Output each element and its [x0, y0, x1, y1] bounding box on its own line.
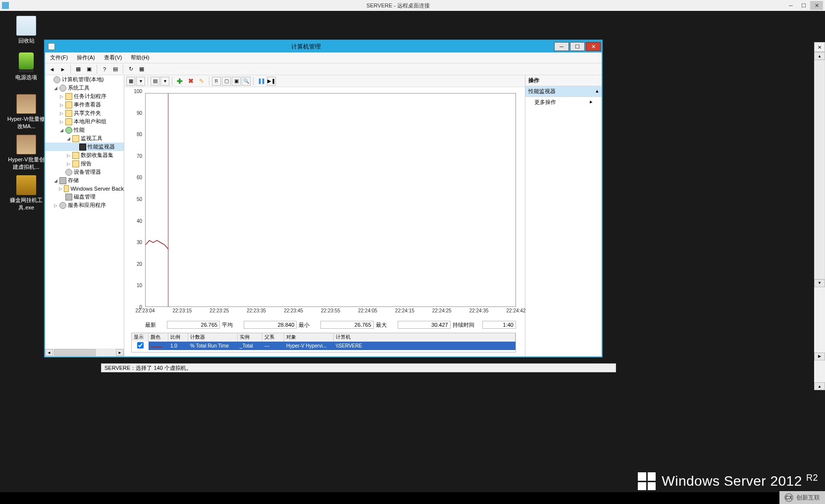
rar-icon [16, 135, 36, 154]
tree-event-viewer[interactable]: ▷事件查看器 [45, 101, 124, 109]
users-icon [65, 118, 72, 125]
rdp-maximize-button[interactable]: ☐ [797, 1, 810, 10]
cm-toolbar: ◄ ► ▦ ▣ ? ▤ ↻ ▦ [45, 63, 602, 75]
tree-storage[interactable]: ◢存储 [45, 176, 124, 185]
scroll-left-button[interactable]: ◄ [45, 349, 53, 356]
desktop-recycle-bin[interactable]: 回收站 [7, 16, 46, 45]
nav-back-button[interactable]: ◄ [47, 64, 57, 74]
recycle-label: 回收站 [7, 37, 46, 45]
cm-maximize-button[interactable]: ☐ [570, 42, 585, 51]
stat-avg-label: 平均 [222, 321, 242, 329]
scroll-up-button-2[interactable]: ▲ [814, 382, 825, 390]
tree-wsb[interactable]: ▷Windows Server Back [45, 185, 124, 193]
tree-data-collector-sets[interactable]: ▷数据收集器集 [45, 151, 124, 159]
tree-monitoring-tools[interactable]: ◢监视工具 [45, 134, 124, 143]
performance-icon [65, 127, 72, 134]
scroll-right-button[interactable]: ▶ [814, 353, 825, 360]
hdr-counter[interactable]: 计数器 [188, 333, 238, 342]
chart-plot[interactable] [145, 93, 516, 307]
chart-y-axis: 0102030405060708090100 [128, 91, 144, 307]
side-tab-close[interactable]: ✕ [814, 42, 825, 52]
counter-table-header[interactable]: 显示 颜色 比例 计数器 实例 父系 对象 计算机 [132, 333, 516, 342]
menu-help[interactable]: 帮助(H) [129, 53, 151, 62]
battery-icon [19, 52, 34, 72]
hdr-object[interactable]: 对象 [284, 333, 334, 342]
refresh-button[interactable]: ↻ [126, 64, 136, 74]
stat-max-value: 30.427 [398, 321, 451, 329]
scroll-track[interactable] [814, 60, 825, 279]
freeze-button[interactable]: ❚❚ [256, 76, 266, 86]
tree-services-apps[interactable]: ▷服务和应用程序 [45, 201, 124, 209]
rdp-minimize-button[interactable]: ─ [784, 1, 797, 10]
perfmon-toolbar: ▦ ▾ ▤ ▾ ✚ ✖ ✎ ⎘ ▢ ▣ 🔍 ❚❚ ▶❚ [124, 75, 525, 87]
scroll-up-button[interactable]: ▲ [814, 52, 825, 60]
tree-task-scheduler[interactable]: ▷任务计划程序 [45, 92, 124, 101]
export-button[interactable]: ▤ [110, 64, 120, 74]
hdr-color[interactable]: 颜色 [149, 333, 168, 342]
hdr-scale[interactable]: 比例 [168, 333, 188, 342]
desktop-exe-1[interactable]: 赚盒网挂机工具.exe [7, 175, 46, 211]
chart-type-dropdown[interactable]: ▾ [160, 77, 169, 86]
highlight-button[interactable]: ✎ [197, 76, 206, 86]
tree-hscrollbar[interactable]: ◄ ► [45, 349, 124, 356]
actions-section[interactable]: 性能监视器▴ [525, 86, 602, 97]
rdp-close-button[interactable]: ✕ [810, 1, 823, 10]
copy-button[interactable]: ⎘ [212, 77, 221, 86]
desktop-power-options[interactable]: 电源选项 [7, 52, 46, 81]
desktop-rar-1[interactable]: Hyper-Vr批量修改MA... [7, 94, 46, 130]
cm-title: 计算机管理 [58, 43, 554, 51]
tree-performance[interactable]: ◢性能 [45, 126, 124, 134]
toolbar-icon[interactable]: ▦ [137, 64, 147, 74]
update-button[interactable]: ▶❚ [267, 77, 276, 86]
scroll-down-button[interactable]: ▼ [814, 279, 825, 287]
corner-text: 创新互联 [796, 494, 820, 502]
scroll-thumb[interactable] [54, 349, 96, 356]
add-counter-button[interactable]: ✚ [175, 76, 185, 86]
recycle-bin-icon [16, 16, 36, 36]
paste-button[interactable]: ▢ [222, 77, 231, 86]
corner-logo-icon: CX [784, 493, 793, 502]
tree-device-manager[interactable]: 设备管理器 [45, 168, 124, 176]
menu-action[interactable]: 操作(A) [75, 53, 97, 62]
desktop-rar-2[interactable]: Hyper-V批量创建虚拟机... [7, 135, 46, 171]
rdp-icon [2, 2, 9, 9]
cm-minimize-button[interactable]: ─ [554, 42, 569, 51]
status-text: SERVERE：选择了 140 个虚拟机。 [104, 365, 192, 371]
cm-titlebar[interactable]: 计算机管理 ─ ☐ ✕ [45, 41, 602, 52]
counter-show-checkbox[interactable] [137, 342, 144, 349]
tree-reports[interactable]: ▷报告 [45, 159, 124, 168]
stat-dur-label: 持续时间 [453, 321, 480, 329]
nav-forward-button[interactable]: ► [58, 64, 68, 74]
view-current-button[interactable]: ▦ [126, 77, 135, 86]
tree-shared-folders[interactable]: ▷共享文件夹 [45, 109, 124, 117]
chart-type-button[interactable]: ▤ [151, 77, 159, 86]
tree-system-tools[interactable]: ◢系统工具 [45, 84, 124, 92]
menu-view[interactable]: 查看(V) [102, 53, 124, 62]
hdr-instance[interactable]: 实例 [238, 333, 262, 342]
hdr-show[interactable]: 显示 [132, 333, 149, 342]
properties-button[interactable]: ▣ [232, 77, 241, 86]
power-label: 电源选项 [7, 74, 46, 81]
tree-local-users[interactable]: ▷本地用户和组 [45, 117, 124, 126]
properties-button[interactable]: ▣ [84, 64, 94, 74]
view-log-button[interactable]: ▾ [136, 77, 145, 86]
watermark-suffix: R2 [806, 473, 818, 483]
corner-badge: CX 创新互联 [779, 491, 825, 504]
counter-name: % Total Run Time [188, 343, 238, 349]
cm-close-button[interactable]: ✕ [586, 42, 601, 51]
hdr-computer[interactable]: 计算机 [334, 333, 516, 342]
menu-file[interactable]: 文件(F) [48, 53, 70, 62]
actions-more[interactable]: 更多操作▸ [525, 97, 602, 107]
tree-performance-monitor[interactable]: 性能监视器 [45, 143, 124, 151]
counter-row[interactable]: 1.0 % Total Run Time _Total --- Hyper-V … [132, 342, 516, 350]
zoom-button[interactable]: 🔍 [242, 77, 251, 86]
help-button[interactable]: ? [100, 64, 109, 74]
tree-disk-management[interactable]: 磁盘管理 [45, 193, 124, 201]
delete-counter-button[interactable]: ✖ [186, 76, 196, 86]
watermark-brand: Windows Server 2012 [662, 474, 802, 489]
hdr-parent[interactable]: 父系 [262, 333, 284, 342]
scroll-right-button[interactable]: ► [116, 349, 124, 356]
tree-root[interactable]: 计算机管理(本地) [45, 75, 124, 84]
show-hide-tree-button[interactable]: ▦ [73, 64, 83, 74]
counter-color-swatch [151, 347, 162, 348]
